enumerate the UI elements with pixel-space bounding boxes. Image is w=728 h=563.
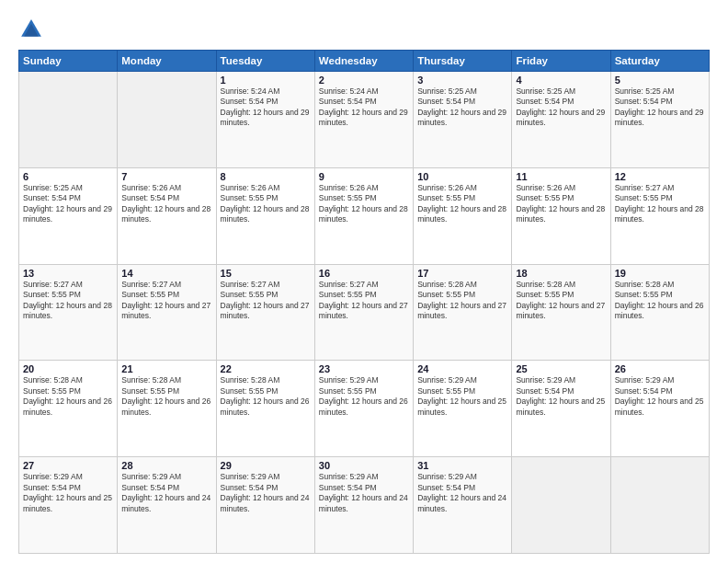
calendar-cell[interactable]: 4Sunrise: 5:25 AM Sunset: 5:54 PM Daylig… (512, 72, 610, 168)
calendar-cell[interactable]: 1Sunrise: 5:24 AM Sunset: 5:54 PM Daylig… (216, 72, 314, 168)
cell-text: Sunrise: 5:28 AM Sunset: 5:55 PM Dayligh… (516, 280, 606, 322)
day-number: 20 (23, 363, 113, 374)
cell-text: Sunrise: 5:26 AM Sunset: 5:55 PM Dayligh… (516, 183, 606, 225)
calendar-cell[interactable]: 27Sunrise: 5:29 AM Sunset: 5:54 PM Dayli… (19, 457, 118, 554)
cell-text: Sunrise: 5:29 AM Sunset: 5:54 PM Dayligh… (23, 472, 113, 514)
day-number: 29 (221, 460, 311, 471)
calendar-cell[interactable]: 28Sunrise: 5:29 AM Sunset: 5:54 PM Dayli… (118, 457, 216, 554)
day-number: 22 (221, 363, 311, 374)
calendar-week-1: 6Sunrise: 5:25 AM Sunset: 5:54 PM Daylig… (19, 167, 710, 264)
day-number: 30 (319, 460, 409, 471)
cell-text: Sunrise: 5:27 AM Sunset: 5:55 PM Dayligh… (615, 183, 705, 225)
calendar-cell[interactable]: 25Sunrise: 5:29 AM Sunset: 5:54 PM Dayli… (512, 361, 610, 457)
logo-icon (18, 17, 44, 42)
cell-text: Sunrise: 5:25 AM Sunset: 5:54 PM Dayligh… (615, 86, 705, 129)
day-number: 1 (221, 75, 311, 86)
calendar-cell[interactable]: 31Sunrise: 5:29 AM Sunset: 5:54 PM Dayli… (414, 457, 512, 554)
day-number: 2 (319, 75, 409, 86)
cell-text: Sunrise: 5:29 AM Sunset: 5:54 PM Dayligh… (516, 375, 606, 418)
day-number: 28 (121, 460, 211, 471)
day-number: 16 (319, 268, 409, 279)
day-number: 19 (615, 268, 705, 279)
calendar-cell[interactable]: 16Sunrise: 5:27 AM Sunset: 5:55 PM Dayli… (314, 264, 413, 361)
calendar-cell[interactable]: 17Sunrise: 5:28 AM Sunset: 5:55 PM Dayli… (414, 264, 512, 361)
day-number: 11 (516, 171, 606, 182)
day-number: 14 (121, 268, 211, 279)
header (18, 17, 710, 42)
cell-text: Sunrise: 5:27 AM Sunset: 5:55 PM Dayligh… (23, 280, 113, 322)
calendar: SundayMondayTuesdayWednesdayThursdayFrid… (18, 50, 710, 554)
calendar-cell[interactable]: 24Sunrise: 5:29 AM Sunset: 5:55 PM Dayli… (414, 361, 512, 457)
calendar-cell[interactable] (610, 457, 709, 554)
day-number: 15 (221, 268, 311, 279)
day-number: 5 (615, 75, 705, 86)
calendar-week-0: 1Sunrise: 5:24 AM Sunset: 5:54 PM Daylig… (19, 72, 710, 168)
cell-text: Sunrise: 5:26 AM Sunset: 5:55 PM Dayligh… (319, 183, 409, 225)
weekday-header-thursday: Thursday (414, 51, 512, 72)
calendar-cell[interactable]: 18Sunrise: 5:28 AM Sunset: 5:55 PM Dayli… (512, 264, 610, 361)
calendar-cell[interactable]: 13Sunrise: 5:27 AM Sunset: 5:55 PM Dayli… (19, 264, 118, 361)
weekday-header-tuesday: Tuesday (216, 51, 314, 72)
cell-text: Sunrise: 5:29 AM Sunset: 5:55 PM Dayligh… (417, 375, 507, 418)
cell-text: Sunrise: 5:28 AM Sunset: 5:55 PM Dayligh… (417, 280, 507, 322)
weekday-header-monday: Monday (118, 51, 216, 72)
day-number: 24 (417, 363, 507, 374)
day-number: 26 (615, 363, 705, 374)
calendar-cell[interactable]: 6Sunrise: 5:25 AM Sunset: 5:54 PM Daylig… (19, 167, 118, 264)
calendar-cell[interactable]: 12Sunrise: 5:27 AM Sunset: 5:55 PM Dayli… (610, 167, 709, 264)
calendar-cell[interactable]: 20Sunrise: 5:28 AM Sunset: 5:55 PM Dayli… (19, 361, 118, 457)
calendar-cell[interactable] (118, 72, 216, 168)
calendar-cell[interactable]: 21Sunrise: 5:28 AM Sunset: 5:55 PM Dayli… (118, 361, 216, 457)
day-number: 3 (417, 75, 507, 86)
calendar-cell[interactable]: 11Sunrise: 5:26 AM Sunset: 5:55 PM Dayli… (512, 167, 610, 264)
cell-text: Sunrise: 5:29 AM Sunset: 5:54 PM Dayligh… (121, 472, 211, 514)
cell-text: Sunrise: 5:29 AM Sunset: 5:54 PM Dayligh… (615, 375, 705, 418)
calendar-cell[interactable] (512, 457, 610, 554)
calendar-cell[interactable]: 19Sunrise: 5:28 AM Sunset: 5:55 PM Dayli… (610, 264, 709, 361)
day-number: 6 (23, 171, 113, 182)
cell-text: Sunrise: 5:28 AM Sunset: 5:55 PM Dayligh… (615, 280, 705, 322)
calendar-week-3: 20Sunrise: 5:28 AM Sunset: 5:55 PM Dayli… (19, 361, 710, 457)
calendar-cell[interactable]: 29Sunrise: 5:29 AM Sunset: 5:54 PM Dayli… (216, 457, 314, 554)
calendar-header: SundayMondayTuesdayWednesdayThursdayFrid… (19, 51, 710, 72)
weekday-header-sunday: Sunday (19, 51, 118, 72)
weekday-header-saturday: Saturday (610, 51, 709, 72)
day-number: 25 (516, 363, 606, 374)
calendar-cell[interactable]: 2Sunrise: 5:24 AM Sunset: 5:54 PM Daylig… (314, 72, 413, 168)
weekday-header-friday: Friday (512, 51, 610, 72)
calendar-cell[interactable]: 26Sunrise: 5:29 AM Sunset: 5:54 PM Dayli… (610, 361, 709, 457)
cell-text: Sunrise: 5:25 AM Sunset: 5:54 PM Dayligh… (516, 86, 606, 129)
calendar-cell[interactable]: 3Sunrise: 5:25 AM Sunset: 5:54 PM Daylig… (414, 72, 512, 168)
day-number: 27 (23, 460, 113, 471)
page: SundayMondayTuesdayWednesdayThursdayFrid… (0, 0, 728, 563)
day-number: 18 (516, 268, 606, 279)
calendar-cell[interactable]: 7Sunrise: 5:26 AM Sunset: 5:54 PM Daylig… (118, 167, 216, 264)
day-number: 8 (221, 171, 311, 182)
cell-text: Sunrise: 5:27 AM Sunset: 5:55 PM Dayligh… (319, 280, 409, 322)
day-number: 17 (417, 268, 507, 279)
calendar-cell[interactable]: 9Sunrise: 5:26 AM Sunset: 5:55 PM Daylig… (314, 167, 413, 264)
calendar-cell[interactable] (19, 72, 118, 168)
calendar-week-2: 13Sunrise: 5:27 AM Sunset: 5:55 PM Dayli… (19, 264, 710, 361)
logo (18, 17, 48, 42)
day-number: 21 (121, 363, 211, 374)
calendar-cell[interactable]: 8Sunrise: 5:26 AM Sunset: 5:55 PM Daylig… (216, 167, 314, 264)
calendar-cell[interactable]: 30Sunrise: 5:29 AM Sunset: 5:54 PM Dayli… (314, 457, 413, 554)
day-number: 9 (319, 171, 409, 182)
day-number: 7 (121, 171, 211, 182)
cell-text: Sunrise: 5:24 AM Sunset: 5:54 PM Dayligh… (221, 86, 311, 129)
calendar-cell[interactable]: 23Sunrise: 5:29 AM Sunset: 5:55 PM Dayli… (314, 361, 413, 457)
calendar-cell[interactable]: 10Sunrise: 5:26 AM Sunset: 5:55 PM Dayli… (414, 167, 512, 264)
calendar-cell[interactable]: 15Sunrise: 5:27 AM Sunset: 5:55 PM Dayli… (216, 264, 314, 361)
calendar-cell[interactable]: 14Sunrise: 5:27 AM Sunset: 5:55 PM Dayli… (118, 264, 216, 361)
cell-text: Sunrise: 5:26 AM Sunset: 5:54 PM Dayligh… (121, 183, 211, 225)
calendar-cell[interactable]: 22Sunrise: 5:28 AM Sunset: 5:55 PM Dayli… (216, 361, 314, 457)
day-number: 12 (615, 171, 705, 182)
calendar-cell[interactable]: 5Sunrise: 5:25 AM Sunset: 5:54 PM Daylig… (610, 72, 709, 168)
cell-text: Sunrise: 5:28 AM Sunset: 5:55 PM Dayligh… (121, 375, 211, 418)
day-number: 23 (319, 363, 409, 374)
calendar-week-4: 27Sunrise: 5:29 AM Sunset: 5:54 PM Dayli… (19, 457, 710, 554)
cell-text: Sunrise: 5:27 AM Sunset: 5:55 PM Dayligh… (121, 280, 211, 322)
day-number: 4 (516, 75, 606, 86)
day-number: 10 (417, 171, 507, 182)
